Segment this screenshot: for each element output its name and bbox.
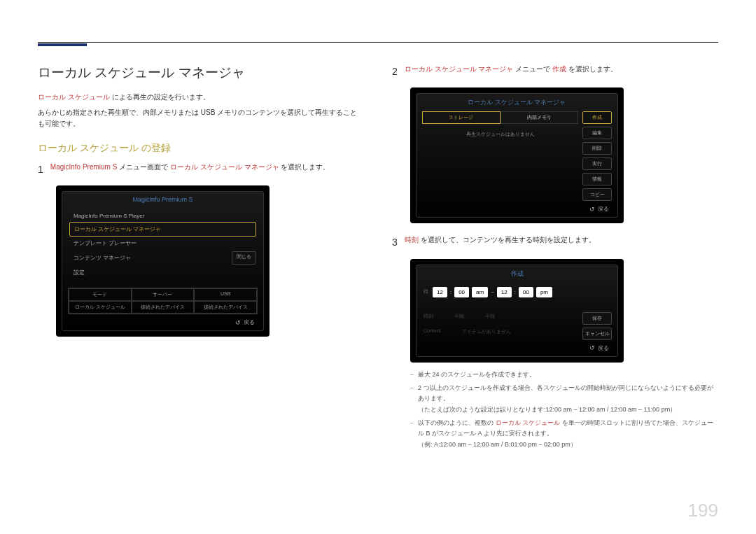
step-text: 時刻 を選択して、コンテンツを再生する時刻を設定します。	[405, 234, 596, 250]
grid-server: サーバー	[132, 288, 195, 301]
run-button[interactable]: 実行	[582, 157, 612, 170]
menu-item-template-player[interactable]: テンプレート プレーヤー	[69, 237, 256, 250]
step-1: 1 MagicInfo Premium S メニュー画面で ローカル スケジュー…	[38, 162, 364, 177]
edit-button[interactable]: 編集	[582, 127, 612, 139]
mode-grid: モード サーバー USB ローカル スケジュール 接続されたデバイス 接続された…	[68, 288, 258, 314]
create-action-buttons: 保存 キャンセル	[582, 283, 612, 340]
left-column: ローカル スケジュール マネージャ ローカル スケジュール による再生の設定を行…	[38, 64, 364, 453]
grid-local: ローカル スケジュール	[69, 301, 132, 314]
lead-rest: による再生の設定を行います。	[110, 93, 210, 101]
step1-product: MagicInfo Premium S	[50, 163, 118, 171]
create-button[interactable]: 作成	[582, 111, 612, 124]
time-end-ampm[interactable]: pm	[536, 287, 552, 297]
note-1: –最大 24 のスケジュールを作成できます。	[410, 370, 718, 380]
tab-storage[interactable]: ストレージ	[422, 111, 500, 124]
grid-dev1: 接続されたデバイス	[132, 301, 195, 314]
step3-target: 時刻	[405, 236, 419, 244]
content-columns: ローカル スケジュール マネージャ ローカル スケジュール による再生の設定を行…	[0, 43, 756, 453]
cancel-button[interactable]: キャンセル	[582, 328, 612, 340]
section-heading: ローカル スケジュール の登録	[38, 142, 364, 155]
time-label: 時	[424, 288, 428, 295]
page-title: ローカル スケジュール マネージャ	[38, 64, 364, 82]
return-row[interactable]: 戻る	[422, 201, 612, 214]
step-3: 3 時刻 を選択して、コンテンツを再生する時刻を設定します。	[392, 234, 718, 250]
step-number: 2	[392, 64, 398, 79]
header-accent	[38, 35, 87, 46]
menu-item-content-manager[interactable]: コンテンツ マネージャ	[69, 251, 232, 265]
screenshot-panel-schedule: ローカル スケジュール マネージャ ストレージ 内部メモリ 再生スケジュールはあ…	[410, 87, 624, 223]
step1-target: ローカル スケジュール マネージャ	[170, 163, 279, 171]
delete-button[interactable]: 削除	[582, 142, 612, 155]
panel1-menu-list: MagicInfo Premium S Player ローカル スケジュール マ…	[68, 207, 258, 282]
panel3-title: 作成	[422, 269, 612, 279]
time-start-hour[interactable]: 12	[433, 287, 447, 297]
grid-mode: モード	[69, 288, 132, 301]
screenshot-panel-create: 作成 時 12 : 00 am ~ 12 : 00 p	[410, 259, 624, 363]
time-row: 時 12 : 00 am ~ 12 : 00 pm	[422, 283, 578, 309]
dim-row-1: 時刻 不能 不能	[422, 309, 578, 324]
step2-action: 作成	[552, 65, 566, 73]
right-column: 2 ローカル スケジュール マネージャ メニューで 作成 を選択します。 ローカ…	[392, 64, 718, 453]
note-3: – 以下の例のように、複数の ローカル スケジュール を単一の時間スロットに割り…	[410, 418, 718, 450]
schedule-action-buttons: 作成 編集 削除 実行 情報 コピー	[582, 111, 612, 201]
page-number: 199	[688, 500, 718, 521]
info-button[interactable]: 情報	[582, 173, 612, 185]
time-start-ampm[interactable]: am	[472, 287, 488, 297]
tab-internal[interactable]: 内部メモリ	[500, 111, 579, 124]
step-2: 2 ローカル スケジュール マネージャ メニューで 作成 を選択します。	[392, 64, 718, 79]
step-text: MagicInfo Premium S メニュー画面で ローカル スケジュール …	[50, 162, 330, 177]
menu-item-settings[interactable]: 設定	[69, 266, 256, 279]
empty-schedule-message: 再生スケジュールはありません	[422, 124, 578, 173]
step-number: 3	[392, 234, 398, 250]
step-number: 1	[38, 162, 43, 177]
dim-row-2: Content アイテムがありません	[422, 324, 578, 339]
panel1-title: MagicInfo Premium S	[68, 196, 258, 203]
lead-keyword: ローカル スケジュール	[38, 93, 110, 101]
lead-paragraph-1: ローカル スケジュール による再生の設定を行います。	[38, 92, 364, 103]
time-end-min[interactable]: 00	[519, 287, 533, 297]
step2-target: ローカル スケジュール マネージャ	[405, 65, 514, 73]
time-end-hour[interactable]: 12	[497, 287, 512, 297]
grid-dev2: 接続されたデバイス	[194, 301, 257, 314]
step-text: ローカル スケジュール マネージャ メニューで 作成 を選択します。	[405, 64, 617, 79]
return-row[interactable]: 戻る	[68, 314, 258, 328]
note-2: – 2 つ以上のスケジュールを作成する場合、各スケジュールの開始時刻が同じになら…	[410, 383, 718, 415]
menu-item-local-schedule[interactable]: ローカル スケジュール マネージャ	[69, 222, 256, 237]
grid-usb: USB	[194, 288, 257, 301]
time-start-min[interactable]: 00	[454, 287, 469, 297]
panel2-title: ローカル スケジュール マネージャ	[422, 98, 612, 107]
close-button[interactable]: 閉じる	[232, 251, 256, 265]
return-row[interactable]: 戻る	[422, 340, 612, 353]
menu-item-player[interactable]: MagicInfo Premium S Player	[69, 210, 256, 222]
screenshot-panel-menu: MagicInfo Premium S MagicInfo Premium S …	[56, 185, 270, 337]
copy-button[interactable]: コピー	[582, 188, 612, 201]
lead-paragraph-2: あらかじめ指定された再生順で、内部メモリまたは USB メモリのコンテンツを選択…	[38, 107, 364, 129]
notes-list: –最大 24 のスケジュールを作成できます。 – 2 つ以上のスケジュールを作成…	[410, 370, 718, 450]
save-button[interactable]: 保存	[582, 312, 612, 325]
